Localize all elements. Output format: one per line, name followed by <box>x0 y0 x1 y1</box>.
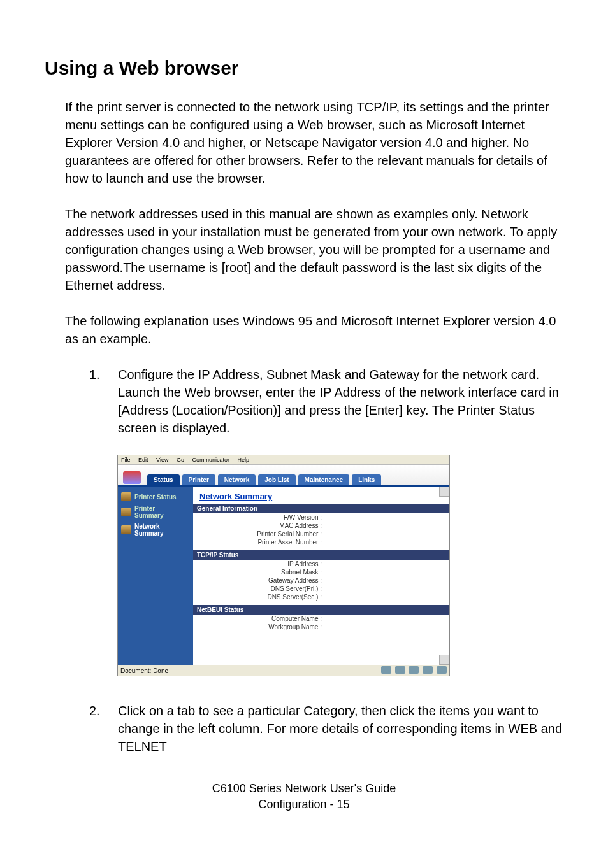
content-heading: Network Summary <box>193 487 449 504</box>
folder-icon <box>121 492 131 501</box>
field-mac-address: MAC Address : <box>193 522 449 530</box>
browser-window: File Edit View Go Communicator Help Stat… <box>117 455 450 676</box>
page-title: Using a Web browser <box>45 57 563 79</box>
menu-communicator[interactable]: Communicator <box>192 457 229 463</box>
step-2-number: 2. <box>89 702 100 720</box>
sidebar-label-line: Summary <box>134 512 164 519</box>
paragraph-3: The following explanation uses Windows 9… <box>45 312 563 348</box>
section-netbeui-status: NetBEUI Status <box>193 605 449 615</box>
sidebar-label-line: Network <box>134 523 159 530</box>
sidebar-item-printer-summary[interactable]: Printer Summary <box>118 503 193 521</box>
tab-printer[interactable]: Printer <box>182 474 215 485</box>
field-printer-serial: Printer Serial Number : <box>193 530 449 538</box>
content-pane: Network Summary General Information F/W … <box>193 487 449 665</box>
folder-icon <box>121 525 131 534</box>
browser-menubar: File Edit View Go Communicator Help <box>118 455 449 465</box>
tab-joblist[interactable]: Job List <box>258 474 295 485</box>
menu-go[interactable]: Go <box>177 457 184 463</box>
paragraph-1: If the print server is connected to the … <box>45 98 563 187</box>
sidebar-label: Printer Summary <box>134 505 164 519</box>
tab-network[interactable]: Network <box>218 474 256 485</box>
sidebar-label-line: Summary <box>134 530 164 537</box>
field-dns-pri: DNS Server(Pri.) : <box>193 585 449 593</box>
step-2: 2. Click on a tab to see a particular Ca… <box>89 702 563 755</box>
field-printer-asset: Printer Asset Number : <box>193 538 449 546</box>
step-2-text: Click on a tab to see a particular Categ… <box>118 704 562 753</box>
section-general-information: General Information <box>193 504 449 513</box>
field-workgroup-name: Workgroup Name : <box>193 623 449 631</box>
status-icon <box>423 666 433 674</box>
step-1-text: Configure the IP Address, Subnet Mask an… <box>118 367 559 435</box>
status-icons <box>379 666 447 675</box>
sidebar-item-printer-status[interactable]: Printer Status <box>118 490 193 503</box>
status-icon <box>381 666 391 674</box>
paragraph-2: The network addresses used in this manua… <box>45 205 563 294</box>
sidebar-label: Network Summary <box>134 523 164 537</box>
sidebar: Printer Status Printer Summary Network S… <box>118 487 193 665</box>
folder-icon <box>121 508 131 516</box>
field-dns-sec: DNS Server(Sec.) : <box>193 593 449 601</box>
menu-view[interactable]: View <box>156 457 168 463</box>
tab-status[interactable]: Status <box>147 474 180 485</box>
tab-row: Status Printer Network Job List Maintena… <box>118 465 449 485</box>
menu-edit[interactable]: Edit <box>138 457 148 463</box>
status-icon <box>395 666 405 674</box>
sidebar-item-network-summary[interactable]: Network Summary <box>118 521 193 539</box>
menu-file[interactable]: File <box>121 457 131 463</box>
footer-line-1: C6100 Series Network User's Guide <box>45 781 563 797</box>
status-icon <box>409 666 419 674</box>
status-bar: Document: Done <box>118 665 449 676</box>
logo-icon <box>123 471 141 484</box>
page-footer: C6100 Series Network User's Guide Config… <box>45 781 563 813</box>
footer-line-2: Configuration - 15 <box>45 797 563 813</box>
scroll-down-icon[interactable] <box>439 655 449 665</box>
field-ip-address: IP Address : <box>193 560 449 568</box>
status-text: Document: Done <box>120 667 168 674</box>
scroll-up-icon[interactable] <box>439 487 449 497</box>
tab-maintenance[interactable]: Maintenance <box>298 474 350 485</box>
status-icon <box>437 666 447 674</box>
field-computer-name: Computer Name : <box>193 615 449 623</box>
menu-help[interactable]: Help <box>238 457 250 463</box>
sidebar-label: Printer Status <box>134 494 177 501</box>
field-subnet-mask: Subnet Mask : <box>193 568 449 576</box>
step-1: 1. Configure the IP Address, Subnet Mask… <box>89 366 563 437</box>
field-gateway: Gateway Address : <box>193 576 449 585</box>
step-1-number: 1. <box>89 366 100 383</box>
field-fw-version: F/W Version : <box>193 513 449 522</box>
section-tcpip-status: TCP/IP Status <box>193 550 449 560</box>
sidebar-label-line: Printer <box>134 505 155 512</box>
tab-links[interactable]: Links <box>352 474 381 485</box>
